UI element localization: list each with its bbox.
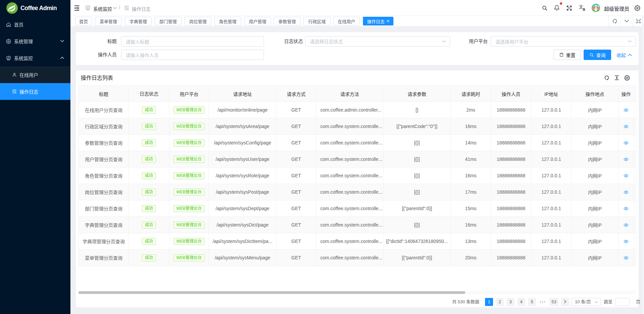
svg-text:A: A — [583, 7, 585, 11]
